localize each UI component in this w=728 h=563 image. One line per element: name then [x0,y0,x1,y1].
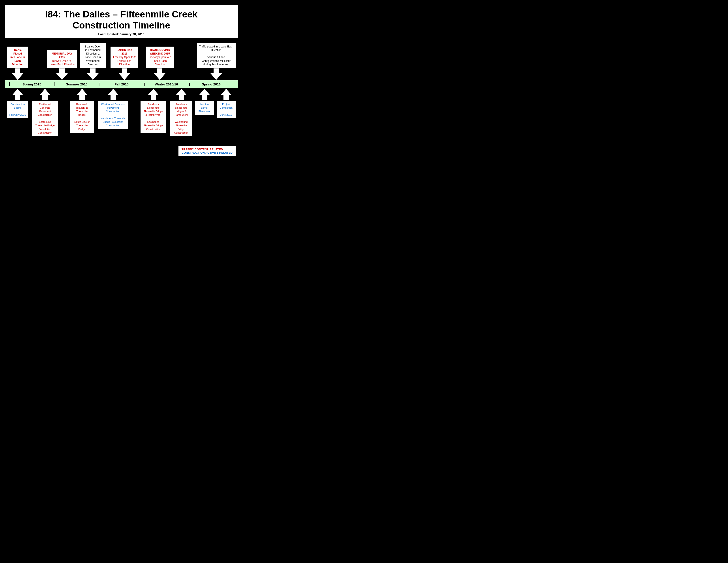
page-title-line1: I84: The Dalles – Fifteenmile Creek [11,9,231,20]
top-box-traffic-spring2016: Traffic placed in 1 Lane Each DirectionV… [196,43,236,68]
last-updated: Last Updated: January 28, 2015 [11,32,231,36]
bottom-box-median-barrier: Median Barrier Placement [195,100,214,115]
title-box: I84: The Dalles – Fifteenmile Creek Cons… [4,4,238,39]
segment-spring2015: Spring 2015 [9,82,54,86]
segment-winter2015: Winter 2015/16 [144,82,189,86]
bottom-box-roadwork-spring: Roadwork adjacent to bridges & Ramp Work… [170,100,193,137]
top-box-labor-day: LABOR DAY2015 Freeway Open to 2 Lanes Ea… [110,46,139,68]
top-box-traffic-1-lane: Traffic Placedin 1 Lane inEachDirection [7,46,29,68]
page-title-line2: Construction Timeline [11,20,231,31]
timeline-wrapper: Traffic Placedin 1 Lane inEachDirection … [4,41,238,156]
segment-spring2016: Spring 2016 [189,82,233,86]
bottom-box-project-completion: Project CompletionJune 2016 [216,100,236,119]
bottom-box-westbound-concrete: Westbound Concrete Pavement Construction… [98,100,129,130]
bottom-box-roadwork-threemile: Roadwork adjacent to Threemile BridgeSou… [70,100,94,133]
bottom-box-construction-begins: ConstructionBeginsFebruary 2015 [7,100,29,119]
top-box-2-lanes-eb: 2 Lanes Openin EastboundDirection, 1Lane… [80,43,106,68]
legend: TRAFFIC CONTROL RELATED CONSTRUCTION ACT… [178,145,236,156]
top-box-thanksgiving: THANKSGIVINGWEEKEND 2015 Freeway Open to… [145,46,174,68]
legend-traffic-control: TRAFFIC CONTROL RELATED [182,148,233,151]
timeline-bar: Spring 2015 Summer 2015 Fall 2015 Winter… [4,80,238,89]
segment-summer2015: Summer 2015 [54,82,99,86]
legend-construction: CONSTRUCTION ACTIVITY RELATED [182,151,233,154]
top-box-memorial-day: MEMORIAL DAY 2015 Freeway Open to 2 Lane… [47,50,77,68]
bottom-box-roadwork-winter: Roadwork adjacent to Threemile Bridge & … [140,100,167,133]
page: I84: The Dalles – Fifteenmile Creek Cons… [4,4,238,156]
segment-fall2015: Fall 2015 [99,82,144,86]
bottom-box-eastbound-concrete: Eastbound Concrete Pavement Construction… [32,100,58,137]
